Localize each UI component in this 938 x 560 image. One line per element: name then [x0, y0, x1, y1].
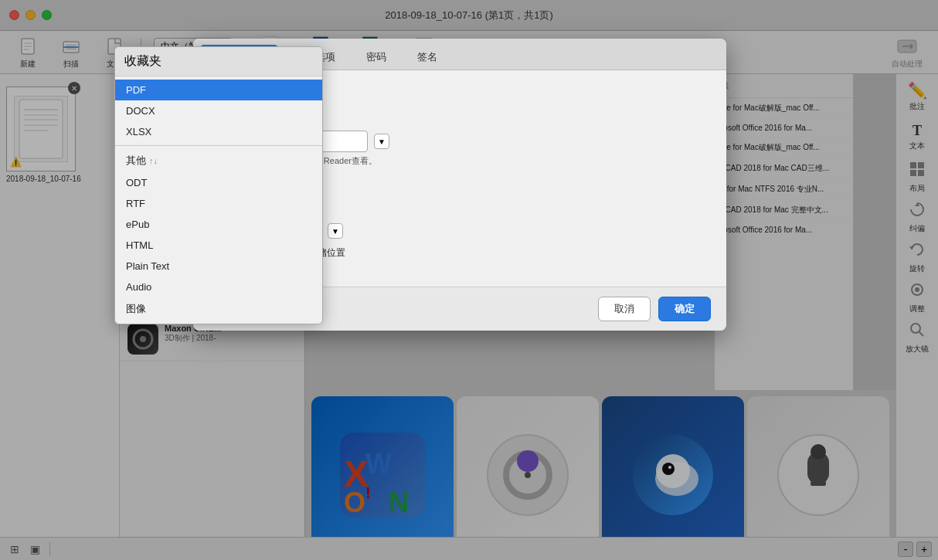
folder-item-epub[interactable]: ePub [115, 214, 322, 235]
folder-divider [115, 145, 322, 146]
folder-item-audio[interactable]: Audio [115, 277, 322, 297]
folder-other-row[interactable]: 其他 ↑↓ [115, 149, 322, 172]
folder-item-docx[interactable]: DOCX [115, 100, 322, 121]
tab-password[interactable]: 密码 [352, 45, 401, 70]
app-picker-dropdown[interactable]: ▼ [374, 134, 389, 149]
folder-item-xlsx[interactable]: XLSX [115, 121, 322, 142]
folder-item-rtf[interactable]: RTF [115, 193, 322, 214]
folder-item-odt[interactable]: ODT [115, 172, 322, 193]
folder-list: PDF DOCX XLSX 其他 ↑↓ ODT RTF ePub HTML Pl… [115, 76, 322, 324]
dialog-actions: 取消 确定 [598, 297, 711, 321]
folder-picker-title: 收藏夹 [124, 54, 161, 67]
folder-sort-icon: ↑↓ [149, 156, 158, 165]
cancel-button[interactable]: 取消 [598, 297, 651, 321]
online-dropdown-btn[interactable]: ▼ [328, 223, 343, 239]
confirm-button[interactable]: 确定 [658, 297, 711, 321]
folder-item-html[interactable]: HTML [115, 235, 322, 256]
dialog-overlay: 收藏夹 PDF DOCX XLSX 其他 ↑↓ ODT RTF ePub HTM… [0, 0, 938, 560]
folder-item-plaintext[interactable]: Plain Text [115, 256, 322, 277]
folder-picker: 收藏夹 PDF DOCX XLSX 其他 ↑↓ ODT RTF ePub HTM… [114, 46, 323, 324]
folder-item-image[interactable]: 图像 [115, 297, 322, 321]
folder-picker-header: 收藏夹 [115, 47, 322, 76]
folder-other-label: 其他 [126, 154, 146, 168]
folder-item-pdf[interactable]: PDF [115, 80, 322, 100]
tab-signature[interactable]: 签名 [403, 45, 452, 70]
